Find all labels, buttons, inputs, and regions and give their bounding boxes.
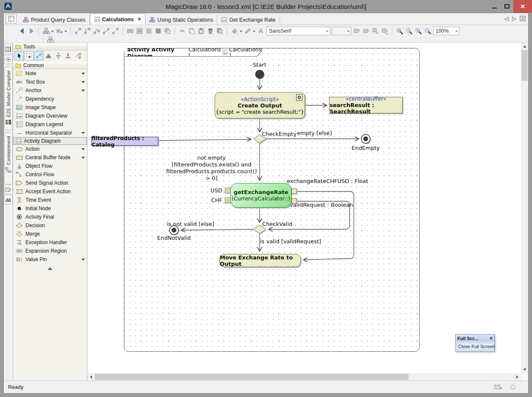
action-move-exchange-rate[interactable]: Move Exchange Rate to Output xyxy=(219,254,301,267)
make-same-size-button[interactable] xyxy=(144,26,154,36)
action-create-output[interactable]: «ActionScript» Create Output {script = "… xyxy=(215,92,305,118)
dropdown-caret-icon[interactable] xyxy=(64,31,67,34)
palette-item-image-shape[interactable]: Image Shape xyxy=(13,103,87,112)
usd-pin-label[interactable]: USD xyxy=(204,187,222,194)
vertical-scrollbar-thumb[interactable] xyxy=(521,50,528,81)
dock-layout-button[interactable] xyxy=(6,14,17,23)
vertical-split-tool-button[interactable] xyxy=(53,51,63,60)
refresh-diagram-button[interactable] xyxy=(380,26,389,36)
cut-button[interactable]: ✂ xyxy=(178,26,187,36)
end-not-valid-label[interactable]: EndNotValid xyxy=(153,235,195,241)
palette-item-object-flow[interactable]: Object Flow xyxy=(13,162,87,170)
dropdown-caret-icon[interactable] xyxy=(81,81,85,85)
palette-scroll-up-button[interactable] xyxy=(13,264,87,270)
font-family-select[interactable]: SansSerif xyxy=(266,27,330,35)
save-layout-button[interactable] xyxy=(4,45,13,54)
not-empty-guard-label[interactable]: not empty [filteredProducts.exists() and… xyxy=(164,155,259,182)
palette-item-dependency[interactable]: Dependency xyxy=(13,95,87,103)
prev-tab-button[interactable]: ◁ xyxy=(504,15,509,22)
zoom-original-button[interactable] xyxy=(404,26,414,36)
palette-header-activity-diagram[interactable]: Activity Diagram xyxy=(13,137,87,145)
notification-icon[interactable] xyxy=(494,384,503,391)
check-empty-label[interactable]: CheckEmpty xyxy=(262,131,297,137)
dropdown-caret-icon[interactable] xyxy=(81,157,85,160)
check-valid-label[interactable]: CheckValid xyxy=(262,221,292,227)
palette-item-expansion-region[interactable]: Expansion Region xyxy=(13,247,87,255)
send-to-back-button[interactable] xyxy=(352,26,361,36)
documentation-button[interactable] xyxy=(4,185,13,194)
dropdown-caret-icon[interactable] xyxy=(240,31,242,34)
palette-item-initial-node[interactable]: Initial Node xyxy=(13,204,87,213)
fill-color-button[interactable] xyxy=(230,26,239,36)
value-pin-usd[interactable]: ∨ xyxy=(225,188,230,193)
font-size-select[interactable] xyxy=(332,27,351,35)
select-tool-button[interactable] xyxy=(14,51,24,60)
palette-item-accept-event-action[interactable]: Accept Event Action xyxy=(13,187,87,196)
marquee-select-tool-button[interactable] xyxy=(24,51,34,60)
palette-item-central-buffer-node[interactable]: Central Buffer Node xyxy=(13,153,87,162)
dropdown-caret-icon[interactable] xyxy=(81,132,85,136)
action-script-gear-button[interactable] xyxy=(296,94,302,101)
horizontal-scrollbar[interactable] xyxy=(87,373,521,380)
central-buffer-search-result[interactable]: «centralBuffer» searchResult : SearchRes… xyxy=(329,97,403,113)
scroll-down-button[interactable] xyxy=(521,366,528,373)
flow-check-valid-to-end-not-valid[interactable] xyxy=(181,229,253,230)
dropdown-caret-icon[interactable] xyxy=(253,31,255,34)
palette-item-merge[interactable]: Merge xyxy=(13,230,87,238)
dropdown-caret-icon[interactable] xyxy=(81,90,85,93)
palette-item-exception-handler[interactable]: Exception Handler xyxy=(13,238,87,247)
palette-item-diagram-overview[interactable]: Diagram Overview xyxy=(13,112,87,120)
line-style-bezier-button[interactable] xyxy=(101,26,111,36)
palette-header-common[interactable]: Common xyxy=(13,62,87,69)
tab-list-button[interactable] xyxy=(520,16,526,21)
start-label[interactable]: Start xyxy=(243,62,277,68)
transform-tool-button[interactable] xyxy=(73,51,82,60)
zoom-region-button[interactable] xyxy=(395,26,404,36)
delete-button[interactable] xyxy=(206,26,215,36)
next-tab-button[interactable]: ▷ xyxy=(512,15,516,22)
tab-get-exchange-rate[interactable]: Get Exchange Rate xyxy=(217,15,280,25)
palette-item-value-pin[interactable]: Value Pin xyxy=(13,255,87,264)
tab-using-static-operations[interactable]: Using Static Operations xyxy=(146,15,217,25)
horizontal-scrollbar-thumb[interactable] xyxy=(95,374,409,380)
dropdown-caret-icon[interactable] xyxy=(51,31,54,34)
palette-item-send-signal-action[interactable]: Send Signal Action xyxy=(13,179,87,187)
paste-button[interactable] xyxy=(196,26,206,36)
minimize-button[interactable] xyxy=(488,0,501,13)
object-node-filtered-products[interactable]: filteredProducts : Catalog xyxy=(91,137,158,146)
add-element-button[interactable] xyxy=(55,26,64,36)
palette-item-diagram-legend[interactable]: Diagram Legend xyxy=(13,120,87,129)
palette-item-activity-final[interactable]: Activity Final xyxy=(13,213,87,221)
popup-close-icon[interactable]: ✕ xyxy=(490,336,493,341)
vertical-scrollbar[interactable] xyxy=(521,43,528,373)
exchange-rate-pin-label[interactable]: exchangeRateCHFUSD : Float xyxy=(287,178,368,184)
autosize-button[interactable] xyxy=(154,26,163,36)
make-same-width-button[interactable] xyxy=(126,26,135,36)
palette-item-action[interactable]: Action xyxy=(13,145,87,153)
line-style-custom-button[interactable] xyxy=(111,26,120,36)
link-tool-button[interactable] xyxy=(34,51,43,60)
font-color-button[interactable] xyxy=(256,26,266,36)
make-same-height-button[interactable] xyxy=(135,26,144,36)
diagram-overview-button[interactable] xyxy=(4,55,13,64)
sidebar-tab-containment[interactable]: Containment xyxy=(4,132,13,184)
class-hierarchy-button[interactable] xyxy=(46,37,55,43)
vertical-merge-tool-button[interactable] xyxy=(63,51,73,60)
value-pin-chf[interactable]: ∨ xyxy=(225,197,230,203)
palette-item-horizontal-separator[interactable]: ---- Horizontal Separator xyxy=(13,129,87,137)
full-screen-popup-title-bar[interactable]: Full Scr... ✕ xyxy=(456,335,494,342)
zoom-level-select[interactable]: 100% xyxy=(433,27,459,35)
scroll-left-button[interactable] xyxy=(87,373,95,380)
close-full-screen-button[interactable]: Close Full Screen xyxy=(456,343,493,350)
scroll-right-button[interactable] xyxy=(514,373,521,380)
end-empty-label[interactable]: EndEmpty xyxy=(349,145,383,151)
dropdown-caret-icon[interactable] xyxy=(81,148,85,152)
scroll-up-button[interactable] xyxy=(521,43,528,50)
action-get-exchange-rate[interactable]: getExchangeRate (CurrencyCalculator::) xyxy=(230,183,291,208)
palette-item-text-box[interactable]: abc Text Box xyxy=(13,78,87,86)
copy-format-button[interactable] xyxy=(215,26,224,36)
line-color-button[interactable] xyxy=(243,26,252,36)
forward-button[interactable] xyxy=(27,26,36,36)
initial-node-start[interactable] xyxy=(255,70,264,79)
is-not-valid-guard-label[interactable]: is not valid [else] xyxy=(167,221,214,227)
